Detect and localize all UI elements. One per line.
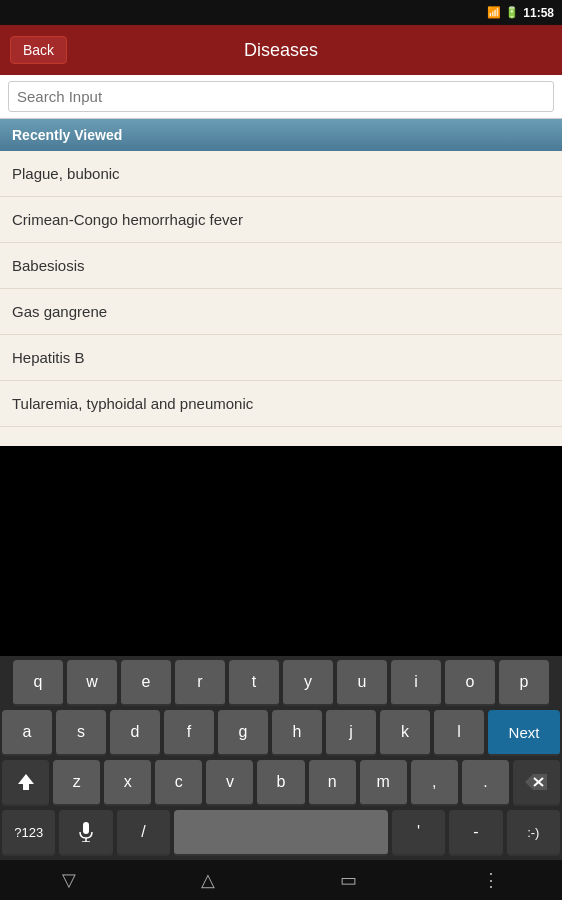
key-s[interactable]: s [56, 710, 106, 756]
search-bar [0, 75, 562, 119]
wifi-icon: 📶 [487, 6, 501, 19]
keyboard-row-1: qwertyuiop [2, 660, 560, 706]
key-k[interactable]: k [380, 710, 430, 756]
smiley-key[interactable]: :-) [507, 810, 560, 856]
list-item[interactable]: Tularemia, typhoidal and pneumonic [0, 381, 562, 427]
mic-key[interactable] [59, 810, 112, 856]
top-bar: Back Diseases [0, 25, 562, 75]
disease-list: Plague, bubonicCrimean-Congo hemorrhagic… [0, 151, 562, 427]
nav-menu-icon[interactable]: ⋮ [482, 869, 500, 891]
recently-viewed-label: Recently Viewed [12, 127, 122, 143]
svg-marker-0 [18, 774, 34, 790]
key-x[interactable]: x [104, 760, 151, 806]
search-input[interactable] [8, 81, 554, 112]
key-v[interactable]: v [206, 760, 253, 806]
keyboard: qwertyuiop asdfghjklNext z x c v b n m ,… [0, 656, 562, 860]
key-q[interactable]: q [13, 660, 63, 706]
key-comma[interactable]: , [411, 760, 458, 806]
nav-back-icon[interactable]: ▽ [62, 869, 76, 891]
space-key[interactable] [174, 810, 388, 856]
key-w[interactable]: w [67, 660, 117, 706]
key-c[interactable]: c [155, 760, 202, 806]
key-i[interactable]: i [391, 660, 441, 706]
status-icons: 📶 🔋 11:58 [487, 6, 554, 20]
key-b[interactable]: b [257, 760, 304, 806]
status-bar: 📶 🔋 11:58 [0, 0, 562, 25]
key-p[interactable]: p [499, 660, 549, 706]
key-d[interactable]: d [110, 710, 160, 756]
keyboard-row-4: ?123 / ' - :-) [2, 810, 560, 856]
list-item[interactable]: Babesiosis [0, 243, 562, 289]
key-o[interactable]: o [445, 660, 495, 706]
keyboard-row-3: z x c v b n m , . [2, 760, 560, 806]
numbers-key[interactable]: ?123 [2, 810, 55, 856]
key-r[interactable]: r [175, 660, 225, 706]
key-m[interactable]: m [360, 760, 407, 806]
disease-list-container: Plague, bubonicCrimean-Congo hemorrhagic… [0, 151, 562, 446]
status-time: 11:58 [523, 6, 554, 20]
nav-recent-icon[interactable]: ▭ [340, 869, 357, 891]
dash-key[interactable]: - [449, 810, 502, 856]
key-y[interactable]: y [283, 660, 333, 706]
shift-key[interactable] [2, 760, 49, 806]
svg-rect-3 [83, 822, 89, 834]
list-item[interactable]: Plague, bubonic [0, 151, 562, 197]
battery-icon: 🔋 [505, 6, 519, 19]
key-z[interactable]: z [53, 760, 100, 806]
slash-key[interactable]: / [117, 810, 170, 856]
key-e[interactable]: e [121, 660, 171, 706]
key-l[interactable]: l [434, 710, 484, 756]
nav-bar: ▽ △ ▭ ⋮ [0, 860, 562, 900]
apostrophe-key[interactable]: ' [392, 810, 445, 856]
key-n[interactable]: n [309, 760, 356, 806]
recently-viewed-header: Recently Viewed [0, 119, 562, 151]
key-j[interactable]: j [326, 710, 376, 756]
key-f[interactable]: f [164, 710, 214, 756]
key-a[interactable]: a [2, 710, 52, 756]
nav-home-icon[interactable]: △ [201, 869, 215, 891]
keyboard-row-2: asdfghjklNext [2, 710, 560, 756]
key-t[interactable]: t [229, 660, 279, 706]
page-title: Diseases [244, 40, 318, 61]
back-button[interactable]: Back [10, 36, 67, 64]
list-item[interactable]: Crimean-Congo hemorrhagic fever [0, 197, 562, 243]
key-g[interactable]: g [218, 710, 268, 756]
key-u[interactable]: u [337, 660, 387, 706]
key-h[interactable]: h [272, 710, 322, 756]
list-item[interactable]: Gas gangrene [0, 289, 562, 335]
backspace-key[interactable] [513, 760, 560, 806]
next-key[interactable]: Next [488, 710, 560, 756]
list-item[interactable]: Hepatitis B [0, 335, 562, 381]
key-period[interactable]: . [462, 760, 509, 806]
